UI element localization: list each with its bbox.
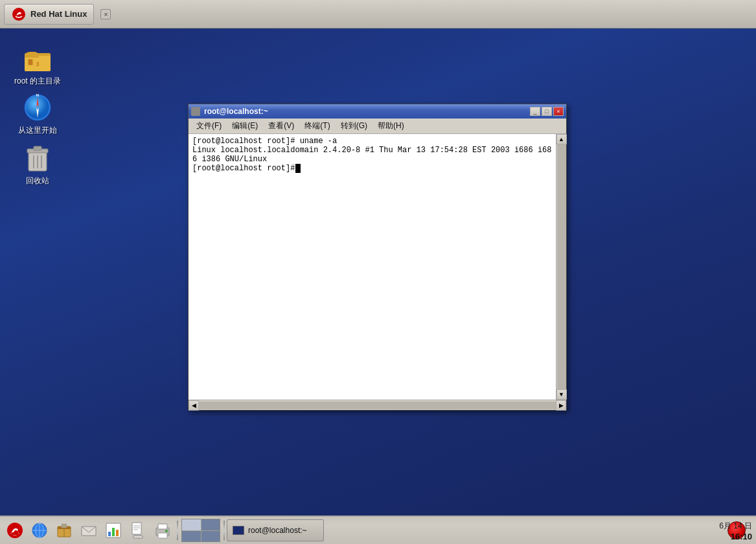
svg-rect-32 (112, 528, 115, 536)
svg-rect-4 (25, 56, 39, 58)
top-close-button[interactable]: × (100, 9, 111, 19)
clock-area: 6月 14 日 16:10 (719, 521, 752, 541)
terminal-scrollbar: ▲ ▼ (556, 134, 566, 400)
taskbar-printer-button[interactable] (151, 519, 174, 542)
clock-time: 16:10 (719, 532, 752, 541)
svg-rect-31 (108, 532, 111, 536)
taskbar-chart-icon (104, 521, 122, 539)
taskbar-docs-icon (129, 521, 147, 539)
svg-rect-5 (29, 60, 32, 65)
desktop-icon-home[interactable]: 3 root 的主目录 (12, 40, 63, 89)
home-folder-icon: 3 (22, 43, 53, 74)
taskbar-printer-icon (154, 521, 172, 539)
taskbar-globe-button[interactable] (28, 519, 51, 542)
desktop: Red Hat Linux × 3 root 的主目录 (0, 0, 756, 544)
svg-text:N: N (36, 93, 39, 97)
taskbar-package-icon (55, 521, 73, 539)
start-label: Red Hat Linux (30, 9, 87, 19)
taskbar-top: Red Hat Linux × (0, 0, 756, 28)
taskbar-chart-button[interactable] (102, 519, 125, 542)
hscroll-left-button[interactable]: ◀ (189, 400, 199, 411)
home-icon-label: root 的主目录 (14, 76, 61, 87)
trash-icon-label: 回收站 (26, 176, 49, 187)
terminal-window-icon (191, 107, 200, 116)
terminal-body: [root@localhost root]# uname -a Linux lo… (189, 134, 566, 400)
terminal-maximize-button[interactable]: □ (542, 107, 552, 116)
terminal-titlebar: root@localhost:~ _ □ × (189, 104, 566, 119)
taskbar-separator-1 (177, 521, 178, 540)
window-button-icon (233, 526, 244, 535)
svg-rect-28 (62, 524, 67, 528)
svg-rect-40 (158, 524, 167, 529)
desktop-icon-start[interactable]: N 从这里开始 (12, 89, 63, 139)
pager-cell-2[interactable] (201, 519, 220, 530)
trash-icon (22, 142, 53, 174)
menu-terminal[interactable]: 终端(T) (299, 119, 335, 133)
terminal-minimize-button[interactable]: _ (530, 107, 540, 116)
hscroll-right-button[interactable]: ▶ (556, 400, 566, 411)
scroll-down-button[interactable]: ▼ (556, 389, 567, 400)
taskbar-mail-button[interactable] (77, 519, 100, 542)
svg-rect-34 (132, 523, 141, 534)
menu-help[interactable]: 帮助(H) (372, 119, 409, 133)
terminal-window: root@localhost:~ _ □ × 文件(F) 编辑(E) 查看(V)… (188, 104, 567, 411)
terminal-hscrollbar: ◀ ▶ (189, 400, 566, 410)
menu-goto[interactable]: 转到(G) (336, 119, 372, 133)
start-icon-label: 从这里开始 (18, 126, 57, 136)
scroll-track (557, 144, 566, 389)
terminal-content[interactable]: [root@localhost root]# uname -a Linux lo… (189, 134, 556, 400)
pager-cell-4[interactable] (201, 531, 220, 542)
clock-date: 6月 14 日 (719, 521, 752, 532)
taskbar-redhat-button[interactable] (3, 519, 27, 542)
pager-cell-3[interactable] (182, 531, 201, 542)
terminal-close-button[interactable]: × (553, 107, 564, 116)
taskbar-mail-icon (80, 521, 98, 539)
scroll-up-button[interactable]: ▲ (556, 134, 567, 144)
taskbar-pager[interactable] (181, 519, 220, 542)
svg-point-20 (11, 532, 19, 536)
terminal-line-1: [root@localhost root]# uname -a (192, 137, 552, 146)
taskbar-redhat-icon (6, 521, 24, 539)
terminal-title: root@localhost:~ (204, 107, 530, 116)
taskbar-globe-icon (30, 521, 49, 539)
menu-view[interactable]: 查看(V) (263, 119, 299, 133)
terminal-menubar: 文件(F) 编辑(E) 查看(V) 终端(T) 转到(G) 帮助(H) (189, 119, 566, 134)
taskbar-window-button[interactable]: root@localhost:~ (227, 519, 324, 541)
svg-text:3: 3 (36, 61, 39, 67)
start-button[interactable]: Red Hat Linux (4, 4, 94, 25)
window-button-label: root@localhost:~ (248, 526, 307, 535)
menu-edit[interactable]: 编辑(E) (227, 119, 263, 133)
svg-rect-35 (133, 536, 143, 538)
terminal-line-3: [root@localhost root]# (192, 164, 552, 173)
hscroll-track (199, 402, 556, 409)
terminal-window-buttons: _ □ × (530, 107, 564, 116)
svg-rect-41 (158, 533, 167, 538)
taskbar-separator-2 (223, 521, 225, 540)
pager-cell-1[interactable] (182, 519, 201, 530)
menu-file[interactable]: 文件(F) (191, 119, 227, 133)
taskbar-docs-button[interactable] (126, 519, 150, 542)
svg-rect-33 (116, 530, 119, 536)
taskbar-bottom: root@localhost:~ 6月 14 日 16:10 (0, 516, 756, 544)
compass-icon: N (22, 92, 53, 123)
redhat-logo-icon (11, 6, 27, 22)
taskbar-package-button[interactable] (52, 519, 76, 542)
terminal-line-2: Linux localhost.localdomain 2.4.20-8 #1 … (192, 146, 552, 164)
desktop-icon-trash[interactable]: 回收站 (12, 140, 63, 189)
svg-rect-15 (34, 146, 41, 150)
svg-point-42 (165, 530, 168, 532)
